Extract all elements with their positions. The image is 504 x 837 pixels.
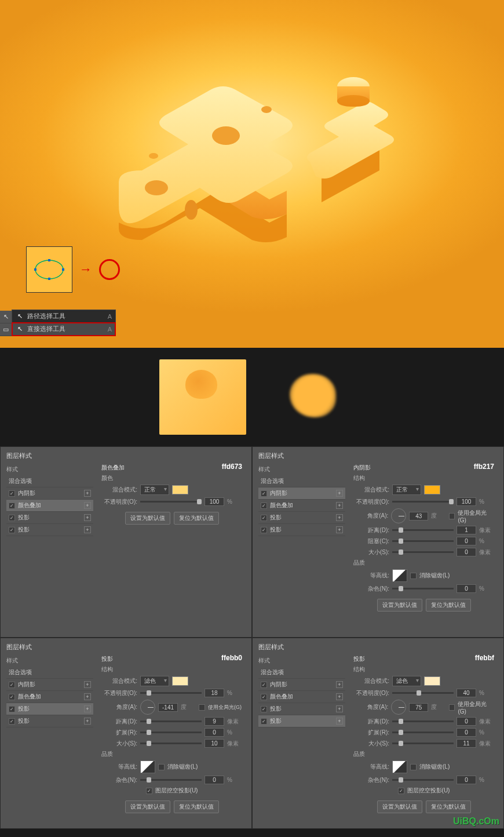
result-circle: [99, 259, 120, 280]
set-default-button[interactable]: 设置为默认值: [125, 512, 170, 525]
rect-icon[interactable]: ▭: [0, 323, 12, 336]
reset-default-button[interactable]: 复位为默认值: [174, 512, 219, 525]
fx-drop-shadow-2[interactable]: 投影+: [258, 524, 345, 536]
svg-rect-8: [34, 268, 36, 271]
svg-point-4: [149, 153, 158, 159]
panel-drop-shadow-2: 图层样式 样式 混合选项 内阴影+ 颜色叠加+ 投影+ 投影+ 投影ffebbf…: [252, 638, 504, 829]
path-tool-hint: →: [26, 246, 120, 293]
panel-drop-shadow-1: 图层样式 样式 混合选项 内阴影+ 颜色叠加+ 投影+ 投影+ 投影ffebb0…: [0, 638, 252, 829]
ellipse-thumbnail: [26, 246, 72, 293]
hero-preview: PS 原野 → ↖ ▭ ↖ 路径选择工具: [0, 0, 504, 348]
fx-drop-shadow-2[interactable]: 投影+: [6, 524, 93, 536]
toolbar: ↖ ▭: [0, 311, 12, 336]
effects-list: 样式 混合选项 内阴影+ 颜色叠加+ 投影+ 投影+: [6, 464, 93, 536]
watermark-top: PS 原野: [434, 17, 492, 39]
panel-inner-shadow: 图层样式 样式 混合选项 内阴影+ 颜色叠加+ 投影+ 投影+ 内阴影ffb21…: [252, 446, 504, 638]
panel-title: 图层样式: [6, 452, 246, 460]
sample-cutout: [159, 359, 246, 435]
blend-options[interactable]: 混合选项: [6, 475, 93, 487]
fx-color-overlay[interactable]: 颜色叠加+: [258, 500, 345, 512]
cheese-text-3d: [90, 72, 414, 257]
fx-drop-shadow[interactable]: 投影+: [6, 512, 93, 524]
svg-point-6: [337, 95, 370, 107]
tool-flyout: ↖ 路径选择工具 A ↖ 直接选择工具 A: [12, 310, 116, 336]
hex-value: ffd673: [222, 463, 242, 471]
fx-drop-shadow[interactable]: 投影+: [258, 512, 345, 524]
fx-inner-shadow[interactable]: 内阴影+: [6, 487, 93, 500]
fx-color-overlay[interactable]: 颜色叠加+: [6, 500, 93, 512]
cursor-black-icon: ↖: [16, 312, 24, 321]
arrow-icon: →: [79, 262, 92, 277]
svg-point-3: [261, 106, 272, 113]
color-swatch[interactable]: [172, 485, 188, 494]
path-selection-tool[interactable]: ↖ 路径选择工具 A: [12, 310, 115, 323]
watermark-bottom: UiBQ.cOm: [453, 816, 499, 827]
contour-picker[interactable]: [392, 569, 407, 582]
fx-inner-shadow[interactable]: 内阴影+: [258, 487, 345, 500]
svg-point-1: [212, 126, 240, 145]
settings-color-overlay: 颜色叠加ffd673 颜色 混合模式:正常 不透明度(O):100% 设置为默认…: [98, 464, 246, 536]
sample-strip: [0, 348, 504, 446]
svg-point-7: [35, 260, 63, 279]
blend-mode-dd[interactable]: 正常: [140, 485, 169, 495]
fx-drop-shadow[interactable]: 投影+: [6, 703, 93, 715]
svg-rect-10: [48, 259, 50, 261]
opacity-slider[interactable]: [140, 501, 202, 503]
cursor-white-icon: ↖: [16, 325, 24, 333]
svg-point-0: [145, 180, 168, 195]
svg-rect-11: [48, 278, 50, 280]
direct-selection-tool[interactable]: ↖ 直接选择工具 A: [12, 323, 115, 336]
sample-blob: [281, 359, 345, 435]
fx-drop-shadow-2[interactable]: 投影+: [258, 715, 345, 727]
svg-point-2: [185, 200, 198, 220]
svg-rect-9: [62, 268, 64, 271]
pointer-icon[interactable]: ↖: [0, 311, 12, 323]
panel-color-overlay: 图层样式 样式 混合选项 内阴影+ 颜色叠加+ 投影+ 投影+ 颜色叠加ffd6…: [0, 446, 252, 638]
angle-dial[interactable]: [391, 508, 406, 523]
